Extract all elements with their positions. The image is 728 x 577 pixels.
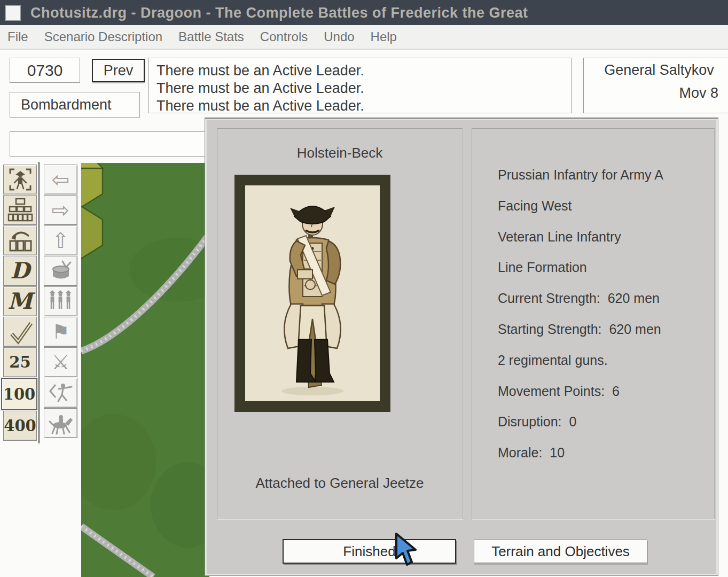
- zoom-100-label: 100: [3, 385, 36, 403]
- organization-chart-icon: [7, 197, 33, 223]
- toolbar-left-column: D M 25 100 400: [3, 165, 37, 441]
- flag-icon: ⚑: [51, 322, 69, 342]
- organization-button[interactable]: [3, 195, 37, 225]
- info-disruption: Disruption: 0: [498, 414, 576, 430]
- attached-to-label: Attached to General Jeetze: [217, 475, 462, 492]
- window-icon[interactable]: [5, 5, 21, 21]
- left-arrow-icon: ⇦: [52, 169, 70, 190]
- info-movement-points: Movement Points: 6: [498, 384, 620, 399]
- prev-button[interactable]: Prev: [92, 59, 145, 82]
- message-log: There must be an Active Leader. There mu…: [148, 58, 572, 113]
- titlebar: Chotusitz.drg - Dragoon - The Complete B…: [0, 0, 728, 25]
- phase-display: Bombardment: [10, 92, 140, 118]
- info-quality: Veteran Line Infantry: [498, 229, 621, 245]
- infantry-button[interactable]: [44, 286, 77, 316]
- next-leader-button[interactable]: ⇨: [44, 195, 77, 225]
- menu-file[interactable]: File: [7, 29, 28, 44]
- info-starting-strength: Starting Strength: 620 men: [498, 322, 661, 337]
- message-line: There must be an Active Leader.: [156, 62, 571, 80]
- cycle-units-button[interactable]: [3, 225, 37, 255]
- zoom-100-button[interactable]: 100: [1, 378, 37, 410]
- letter-d-icon: D: [10, 260, 29, 282]
- message-line: There must be an Active Leader.: [156, 80, 571, 97]
- leader-panel: General Saltykov Mov 8: [583, 58, 728, 113]
- menubar: File Scenario Description Battle Stats C…: [0, 25, 728, 50]
- flag-button[interactable]: ⚑: [44, 317, 77, 347]
- menu-undo[interactable]: Undo: [324, 29, 354, 44]
- unit-stats-panel: Prussian Infantry for Army A Facing West…: [472, 128, 715, 519]
- crossed-swords-icon: ⚔: [51, 352, 69, 372]
- unit-portrait: [234, 175, 390, 412]
- info-nationality: Prussian Infantry for Army A: [498, 167, 663, 183]
- unit-portrait-panel: Holstein-Beck: [217, 128, 463, 519]
- cavalry-icon: [48, 410, 74, 436]
- checkmark-icon: [7, 319, 33, 345]
- previous-leader-button[interactable]: ⇦: [44, 165, 77, 194]
- zoom-400-button[interactable]: 400: [3, 411, 37, 441]
- menu-battle-stats[interactable]: Battle Stats: [178, 29, 244, 44]
- menu-help[interactable]: Help: [371, 29, 397, 44]
- confirm-button[interactable]: [3, 317, 37, 347]
- message-line: There must be an Active Leader.: [156, 97, 571, 115]
- terrain-objectives-button[interactable]: Terrain and Objectives: [474, 540, 647, 563]
- info-facing: Facing West: [498, 198, 572, 214]
- toolbar-right-column: ⇦ ⇨ ⇧: [44, 165, 77, 439]
- time-display: 0730: [10, 58, 80, 83]
- infantry-icon: [48, 288, 74, 314]
- menu-scenario-description[interactable]: Scenario Description: [44, 29, 162, 44]
- window-title: Chotusitz.drg - Dragoon - The Complete B…: [30, 5, 528, 21]
- leader-movement: Mov 8: [584, 85, 728, 102]
- info-current-strength: Current Strength: 620 men: [498, 291, 660, 306]
- advance-button[interactable]: ⇧: [44, 225, 77, 255]
- menu-controls[interactable]: Controls: [260, 29, 308, 44]
- zoom-25-button[interactable]: 25: [3, 347, 37, 377]
- select-unit-button[interactable]: [3, 165, 37, 194]
- cycle-units-icon: [7, 228, 33, 253]
- info-guns: 2 regimental guns.: [498, 353, 608, 368]
- letter-m-icon: M: [7, 290, 33, 313]
- skirmish-button[interactable]: [44, 378, 77, 408]
- zoom-400-label: 400: [4, 417, 36, 435]
- soldier-illustration: [245, 185, 380, 401]
- unit-name: Holstein-Beck: [217, 145, 462, 161]
- command-m-button[interactable]: M: [3, 286, 37, 316]
- cavalry-button[interactable]: [44, 408, 77, 438]
- melee-button[interactable]: ⚔: [44, 347, 77, 377]
- battle-map[interactable]: [81, 163, 209, 577]
- toolbar-separator: [38, 162, 40, 443]
- right-arrow-icon: ⇨: [52, 199, 70, 221]
- skirmisher-icon: [48, 380, 74, 406]
- unit-info-dialog: Holstein-Beck: [205, 118, 718, 576]
- app-window: Chotusitz.drg - Dragoon - The Complete B…: [0, 0, 728, 577]
- zoom-25-label: 25: [9, 353, 30, 371]
- info-morale: Morale: 10: [498, 445, 565, 461]
- finished-button[interactable]: Finished: [283, 539, 456, 564]
- drum-button[interactable]: [44, 256, 77, 286]
- drum-icon: [48, 258, 74, 284]
- info-formation: Line Formation: [498, 260, 587, 275]
- select-unit-icon: [7, 167, 33, 192]
- up-arrow-icon: ⇧: [52, 230, 70, 251]
- leader-name: General Saltykov: [584, 62, 728, 79]
- command-d-button[interactable]: D: [3, 256, 37, 286]
